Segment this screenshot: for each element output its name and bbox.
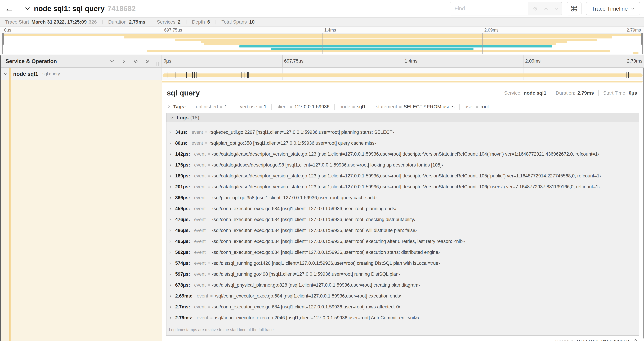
- log-message: ‹sql/conn_executor_exec.go:684 [nsql1,cl…: [212, 239, 465, 244]
- detail-header: sql query Service: node sql1 Duration: 2…: [166, 85, 639, 101]
- log-field-key: event: [192, 130, 203, 135]
- log-message: ‹sql/distsql_running.go:1420 [nsql1,clie…: [212, 261, 440, 266]
- chevron-right-icon: [168, 131, 172, 134]
- equals-sign: =: [399, 105, 402, 109]
- next-match-icon[interactable]: [554, 6, 559, 11]
- tag-key: _unfinished: [193, 104, 218, 110]
- log-row[interactable]: 80μs: event = ‹sql/plan_opt.go:358 [nsql…: [168, 138, 637, 149]
- tag-item[interactable]: user = root: [459, 104, 494, 110]
- log-row[interactable]: 459μs: event = ‹sql/conn_executor_exec.g…: [168, 203, 637, 214]
- chevron-right-icon: [168, 196, 172, 200]
- collapse-caret-icon[interactable]: [4, 72, 8, 77]
- log-marker-tick: [248, 72, 249, 78]
- time-tick-label: 2.79ms: [627, 28, 641, 33]
- log-row[interactable]: 574μs: event = ‹sql/distsql_running.go:1…: [168, 258, 637, 269]
- meta-value: 0μs: [629, 90, 637, 96]
- log-marker-tick: [265, 72, 266, 78]
- collapse-all-icon[interactable]: [133, 59, 138, 64]
- logs-accordion-header[interactable]: Logs (18): [166, 113, 639, 122]
- back-button[interactable]: ←: [0, 0, 18, 17]
- vertical-scrollbar[interactable]: [642, 68, 644, 338]
- log-message: ‹sql/conn_executor_exec.go:684 [nsql1,cl…: [215, 293, 402, 299]
- span-id-value: 4877749850101760812: [576, 339, 629, 341]
- span-id-label: SpanID:: [555, 339, 573, 341]
- column-resize-grip[interactable]: [156, 62, 159, 66]
- logs-count: (18): [190, 115, 199, 121]
- find-input[interactable]: [450, 2, 528, 15]
- log-row[interactable]: 176μs: event = ‹sql/catalog/descs/descri…: [168, 160, 637, 171]
- service-color-strip: [9, 68, 10, 80]
- meta-label: Duration:: [556, 90, 576, 96]
- chevron-right-icon: [168, 272, 172, 276]
- equals-sign: =: [208, 152, 210, 156]
- minimap-tick-labels: 0μs697.75μs1.4ms2.09ms2.79ms: [2, 28, 642, 33]
- span-timeline-cell[interactable]: [162, 68, 644, 80]
- log-row[interactable]: 189μs: event = ‹sql/catalog/lease/descri…: [168, 171, 637, 181]
- log-row[interactable]: 486μs: event = ‹sql/conn_executor_exec.g…: [168, 225, 637, 236]
- tag-key: statement: [376, 104, 397, 110]
- chevron-down-icon[interactable]: [24, 6, 30, 12]
- link-icon[interactable]: [632, 339, 637, 341]
- span-duration-bar[interactable]: [162, 74, 642, 77]
- minimap-left-scrubber[interactable]: [2, 33, 4, 45]
- log-row[interactable]: 2.69ms: event = ‹sql/conn_executor_exec.…: [168, 290, 637, 301]
- chevron-right-icon: [168, 229, 172, 232]
- log-row[interactable]: 495μs: event = ‹sql/conn_executor_exec.g…: [168, 236, 637, 247]
- chevron-right-icon: [168, 262, 172, 265]
- log-row[interactable]: 502μs: event = ‹sql/conn_executor_exec.g…: [168, 247, 637, 258]
- timeline-header-row: Service & Operation 0μs697.75μs1.4ms2.09…: [0, 55, 644, 68]
- minimap-canvas[interactable]: [2, 33, 642, 54]
- find-controls: [528, 2, 562, 15]
- log-row[interactable]: 366μs: event = ‹sql/plan_opt.go:358 [nsq…: [168, 192, 637, 203]
- span-service-name[interactable]: node sql1: [13, 71, 38, 77]
- equals-sign: =: [208, 272, 210, 276]
- log-row[interactable]: 2.7ms: event = ‹sql/conn_executor_exec.g…: [168, 301, 637, 312]
- log-marker-tick: [176, 72, 176, 78]
- locate-icon[interactable]: [533, 6, 538, 11]
- logs-label: Logs: [176, 115, 188, 121]
- collapse-one-icon[interactable]: [110, 59, 115, 64]
- log-row[interactable]: 597μs: event = ‹sql/distsql_running.go:4…: [168, 269, 637, 280]
- equals-sign: =: [205, 141, 208, 146]
- log-row[interactable]: 2.79ms: event = ‹sql/conn_executor_exec.…: [168, 312, 637, 323]
- log-field-key: event: [194, 151, 206, 157]
- log-row[interactable]: 142μs: event = ‹sql/catalog/lease/descri…: [168, 149, 637, 160]
- log-row[interactable]: 201μs: event = ‹sql/catalog/lease/descri…: [168, 181, 637, 192]
- span-id-row: SpanID: 4877749850101760812: [162, 336, 644, 341]
- span-name-cell[interactable]: node sql1 sql query: [0, 68, 162, 80]
- tag-item[interactable]: client = 127.0.0.1:59936: [271, 104, 334, 110]
- trace-view-dropdown[interactable]: Trace Timeline: [586, 2, 640, 16]
- tag-item[interactable]: statement = SELECT * FROM users: [371, 104, 460, 110]
- time-tick-label: 1.4ms: [405, 58, 418, 64]
- span-operation-name[interactable]: sql query: [42, 71, 60, 76]
- equals-sign: =: [208, 206, 210, 211]
- detail-left-column: [0, 80, 162, 341]
- prev-match-icon[interactable]: [544, 6, 548, 11]
- log-row[interactable]: 678μs: event = ‹sql/distsql_physical_pla…: [168, 280, 637, 290]
- chevron-right-icon: [168, 240, 172, 243]
- ruler-tick-line: [524, 55, 524, 67]
- minimap-span-bar: [271, 48, 473, 50]
- log-marker-tick: [261, 72, 262, 78]
- span-detail-card: sql query Service: node sql1 Duration: 2…: [166, 85, 639, 336]
- expand-one-icon[interactable]: [121, 59, 126, 64]
- equals-sign: =: [210, 315, 212, 320]
- minimap-right-scrubber[interactable]: [642, 33, 642, 45]
- tag-item[interactable]: node = sql1: [334, 104, 371, 110]
- keyboard-shortcuts-button[interactable]: ⌘: [566, 2, 582, 16]
- chevron-right-icon: [168, 251, 172, 254]
- equals-sign: =: [208, 305, 210, 309]
- log-row[interactable]: 34μs: event = ‹sql/exec_util.go:2297 [ns…: [168, 127, 637, 138]
- detail-meta: Service: node sql1 Duration: 2.79ms Star…: [500, 90, 638, 96]
- tag-key: client: [276, 104, 288, 110]
- tags-accordion-header[interactable]: Tags: _unfinished = 1 _verbose = 1 clien…: [166, 101, 639, 113]
- log-timestamp: 142μs:: [175, 151, 190, 157]
- expand-all-icon[interactable]: [145, 59, 150, 64]
- tag-item[interactable]: _verbose = 1: [232, 104, 271, 110]
- meta-label: Service:: [504, 90, 522, 96]
- log-marker-tick: [186, 72, 187, 78]
- equals-sign: =: [205, 130, 208, 135]
- log-timestamp: 366μs:: [175, 195, 190, 200]
- tag-item[interactable]: _unfinished = 1: [188, 104, 232, 110]
- log-row[interactable]: 476μs: event = ‹sql/conn_executor_exec.g…: [168, 214, 637, 225]
